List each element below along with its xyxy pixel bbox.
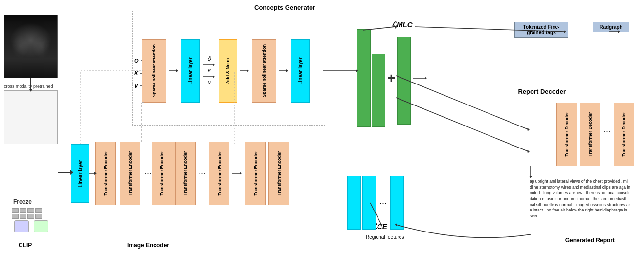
sparse-2-text: Sparse nolinear attention [262, 44, 266, 97]
sparse-box-2: Sparse nolinear attention [252, 39, 276, 103]
cyan-bar-2 [362, 176, 376, 230]
freeze-grid [12, 208, 42, 219]
plus-symbol: + [387, 70, 395, 86]
freeze-cell [35, 208, 42, 213]
concepts-generator-label: Concepts Generator [254, 4, 315, 11]
lower-tf-enc-4: Transformer Encoder [245, 142, 266, 205]
svg-marker-9 [213, 63, 215, 66]
lower-tf-enc-5: Transformer Encoder [268, 142, 289, 205]
cyan-bar-3 [390, 176, 404, 230]
svg-marker-19 [425, 77, 427, 80]
cyan-dots: ··· [378, 176, 389, 230]
linear-top-2-text: Linear layer [298, 57, 303, 84]
svg-marker-7 [176, 69, 178, 72]
transformer-decoder-1: Transformer Decoder [556, 103, 577, 166]
report-decoder-label: Report Decoder [518, 88, 566, 95]
svg-marker-13 [247, 69, 249, 72]
transformer-decoder-3: Transformer Decoder [614, 103, 634, 166]
freeze-label: Freeze [13, 198, 32, 205]
tf-dec-1-text: Transformer Decoder [564, 112, 569, 156]
v-bar-label: V̄ [207, 80, 210, 85]
transformer-encoder-2: Transformer Encoder [120, 142, 140, 205]
upper-pathway: Sparse nolinear attention Linear layer Q… [142, 39, 310, 103]
lower-tf-enc-1-text: Transformer Encoder [159, 151, 164, 195]
linear-layer-top-1: Linear layer [181, 39, 200, 103]
svg-marker-35 [527, 128, 530, 131]
green-bar-2 [372, 54, 385, 127]
tf-enc-2-text: Transformer Encoder [128, 151, 133, 195]
svg-marker-11 [213, 75, 215, 78]
freeze-box: Freeze [4, 90, 58, 144]
green-bar-combined [397, 37, 411, 125]
lower-tf-enc-2-text: Transformer Encoder [183, 151, 188, 195]
add-norm-box: Add & Norm [219, 39, 237, 103]
arrow-freeze-to-linear [58, 172, 71, 173]
linear-layer-left: Linear layer [71, 144, 89, 203]
lower-tf-enc-3-text: Transformer Encoder [217, 151, 222, 195]
decoder-dots: ··· [603, 103, 611, 136]
cyan-bar-1 [347, 176, 361, 230]
lower-tf-enc-5-text: Transformer Encoder [276, 151, 281, 195]
svg-marker-17 [240, 172, 242, 175]
xray-image [4, 15, 58, 78]
generated-report-label: Generated Report [565, 237, 615, 244]
tokenized-box: Tokenized Fine-grained tags [514, 22, 568, 38]
regional-features-label: Regional feetures [366, 234, 404, 240]
lower-tf-enc-1: Transformer Encoder [152, 142, 172, 205]
encoder-dots: ··· [144, 169, 152, 178]
svg-marker-15 [286, 69, 288, 72]
freeze-cell [12, 208, 19, 213]
lower-tf-enc-2: Transformer Encoder [175, 142, 196, 205]
lower-tf-group: Transformer Encoder Transformer Encoder … [152, 142, 289, 205]
tf-dec-2-text: Transformer Decoder [588, 112, 593, 156]
l-mlc-label: ℒMLC [391, 21, 413, 29]
r-bar-label: R̄ [207, 68, 210, 73]
lower-tf-enc-3: Transformer Encoder [209, 142, 229, 205]
sparse-1-text: Sparse nolinear attention [152, 44, 156, 97]
green-bar-1 [357, 29, 371, 127]
q-bar-label: Q̄ [207, 57, 211, 62]
freeze-cell [27, 208, 34, 213]
freeze-cell [20, 208, 26, 213]
sparse-box-1: Sparse nolinear attention [142, 39, 166, 103]
freeze-cell [35, 214, 42, 219]
transformer-decoder-group: Transformer Decoder Transformer Decoder … [556, 103, 634, 166]
generated-report-box: ap upright and lateral views of the ches… [527, 176, 634, 234]
freeze-icon2 [34, 220, 48, 232]
freeze-cell [20, 214, 26, 219]
cross-modality-label: cross modality pretrained [4, 84, 58, 89]
clip-label: CLIP [19, 242, 32, 249]
linear-top-1-text: Linear layer [188, 57, 193, 84]
freeze-cell [12, 214, 19, 219]
svg-marker-37 [527, 150, 530, 153]
tf-enc-1-text: Transformer Encoder [103, 151, 108, 195]
diagram-container: cross modality pretrained Freeze CLIP Li… [0, 0, 644, 253]
tf-dec-3-text: Transformer Decoder [622, 112, 626, 156]
linear-layer-left-text: Linear layer [78, 160, 83, 187]
freeze-icon1 [14, 220, 29, 232]
k-label: K [134, 70, 138, 76]
transformer-encoder-1: Transformer Encoder [95, 142, 116, 205]
radgraph-box: Radgraph [593, 22, 629, 32]
add-norm-text: Add & Norm [225, 58, 230, 84]
v-label: V [134, 83, 138, 89]
linear-layer-top-2: Linear layer [291, 39, 310, 103]
transformer-decoder-2: Transformer Decoder [580, 103, 600, 166]
lower-tf-enc-4-text: Transformer Encoder [253, 151, 258, 195]
q-label: Q [134, 58, 139, 63]
freeze-cell [27, 214, 34, 219]
lower-dots: ··· [199, 169, 206, 178]
image-encoder-label: Image Encoder [127, 242, 169, 249]
